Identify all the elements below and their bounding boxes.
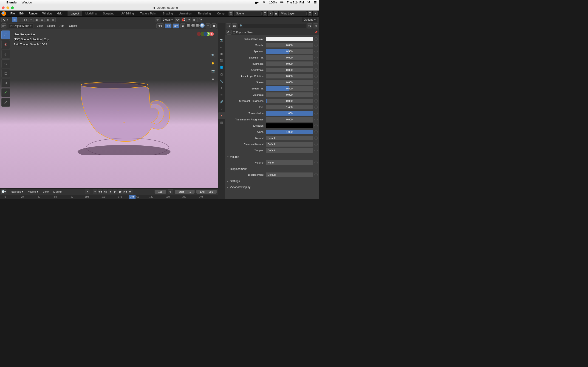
tab-texture[interactable]: ▦ <box>218 119 225 126</box>
input-socket-icon[interactable] <box>314 149 318 152</box>
input-socket-icon[interactable] <box>314 173 318 176</box>
workspace-compositing[interactable]: Comp <box>214 11 228 16</box>
workspace-rendering[interactable]: Rendering <box>195 11 214 16</box>
prop-value-dropdown[interactable]: Default <box>266 148 313 153</box>
select-mode-subtract[interactable]: ▤ <box>40 17 44 22</box>
select-mode-extend[interactable]: ▦ <box>34 17 39 22</box>
outliner-filter-button[interactable]: ▽▾ <box>307 23 312 28</box>
jump-prev-keyframe-button[interactable]: ◆◀ <box>98 190 103 194</box>
control-center-icon[interactable]: ☰ <box>314 1 317 4</box>
3d-viewport[interactable]: User Perspective (155) Scene Collection … <box>0 29 218 188</box>
battery-icon[interactable] <box>280 0 284 5</box>
properties-editor-type[interactable]: ⚙▾ <box>226 30 232 35</box>
tab-scene[interactable]: 🎬 <box>218 57 225 64</box>
prop-value-slider[interactable]: 0.000 <box>266 43 313 48</box>
input-socket-icon[interactable] <box>314 99 318 102</box>
select-mode-tweak[interactable]: ▭ <box>12 17 17 22</box>
current-frame-field[interactable]: 155 <box>155 190 166 194</box>
perspective-toggle-button[interactable]: ⊞ <box>210 75 216 82</box>
tab-render[interactable]: 📷 <box>218 37 225 43</box>
tab-viewlayer[interactable]: ▣ <box>218 50 225 57</box>
input-socket-icon[interactable] <box>314 93 318 96</box>
outliner-editor-type[interactable]: ☰▾ <box>226 23 231 28</box>
viewlayer-delete-button[interactable]: ✕ <box>313 11 318 16</box>
tab-physics[interactable]: ⚛ <box>218 92 225 98</box>
outliner-new-collection-button[interactable]: ⊞ <box>313 23 318 28</box>
input-socket-icon[interactable] <box>314 161 318 164</box>
scene-name-field[interactable]: Scene <box>234 11 262 16</box>
breadcrumb-object[interactable]: ▢ Cup <box>233 31 241 34</box>
workspace-animation[interactable]: Animation <box>176 11 195 16</box>
prop-value-slider[interactable]: 1.000 <box>266 130 313 134</box>
tool-scale[interactable] <box>1 69 10 78</box>
panel-header-viewport-display[interactable]: Viewport Display <box>226 184 318 190</box>
start-frame-field[interactable]: Start 1 <box>175 190 195 194</box>
wifi-icon[interactable] <box>262 0 266 5</box>
tab-material[interactable]: ● <box>218 112 225 119</box>
select-mode-circle[interactable]: ◯ <box>23 17 28 22</box>
workspace-uv[interactable]: UV Editing <box>118 11 137 16</box>
menu-edit[interactable]: Edit <box>17 11 26 16</box>
color-swatch[interactable] <box>266 123 313 128</box>
prop-value-dropdown[interactable]: Default <box>266 173 313 177</box>
input-socket-icon[interactable] <box>314 62 318 65</box>
jump-end-button[interactable]: ⏭ <box>128 190 133 194</box>
select-mode-invert[interactable]: ▥ <box>45 17 50 22</box>
breadcrumb-material[interactable]: ● Glass <box>244 31 253 33</box>
prop-value-slider[interactable]: 0.000 <box>266 117 313 122</box>
viewport-menu-add[interactable]: Add <box>58 24 66 28</box>
sidebar-toggle[interactable]: ‹ <box>216 31 217 34</box>
scene-new-button[interactable]: ❐ <box>262 11 267 16</box>
prop-value-slider[interactable]: 1.450 <box>266 105 313 109</box>
gizmo-toggle[interactable]: ⊕▾ <box>165 23 172 28</box>
next-frame-button[interactable]: ▮▶ <box>118 190 123 194</box>
prop-value-slider[interactable]: 0.500 <box>266 86 313 91</box>
input-socket-icon[interactable] <box>314 136 318 140</box>
tab-constraints[interactable]: 🔗 <box>218 99 225 105</box>
prop-value-slider[interactable]: 0.500 <box>266 49 313 54</box>
tab-mesh[interactable]: ▽ <box>218 106 225 112</box>
orientation-icon[interactable]: ⟲ <box>155 17 160 22</box>
panel-header-displacement[interactable]: Displacement <box>226 166 318 172</box>
tab-object[interactable]: ▢ <box>218 71 225 77</box>
prop-value-dropdown[interactable]: Default <box>266 136 313 140</box>
autokey-toggle[interactable]: ● <box>85 190 90 194</box>
input-socket-icon[interactable] <box>314 81 318 84</box>
tool-measure[interactable] <box>1 98 10 107</box>
workspace-shading[interactable]: Shading <box>160 11 176 16</box>
snap-target-dropdown[interactable]: ▫▾ <box>186 17 191 22</box>
menu-file[interactable]: File <box>8 11 17 16</box>
input-socket-icon[interactable] <box>314 68 318 72</box>
jump-next-keyframe-button[interactable]: ▶◆ <box>123 190 128 194</box>
tool-move[interactable] <box>1 50 10 58</box>
prop-value-slider[interactable]: 1.000 <box>266 111 313 116</box>
timeline-menu-marker[interactable]: Marker <box>52 190 63 194</box>
color-swatch[interactable] <box>266 37 313 41</box>
viewlayer-browse-button[interactable]: ▣ <box>274 11 278 16</box>
xray-toggle[interactable]: ▣ <box>180 23 185 28</box>
timeline-editor-type-dropdown[interactable]: 🕐▾ <box>1 189 6 194</box>
workspace-sculpting[interactable]: Sculpting <box>100 11 118 16</box>
input-socket-icon[interactable] <box>314 106 318 109</box>
use-preview-range-toggle[interactable]: ⏱ <box>168 189 173 194</box>
shading-material[interactable] <box>196 23 200 27</box>
proportional-edit-toggle[interactable]: ◉ <box>192 17 197 22</box>
notification-icon[interactable]: ◼▸ <box>255 1 259 4</box>
input-socket-icon[interactable] <box>314 44 318 47</box>
shading-rendered[interactable] <box>200 23 204 27</box>
prop-value-slider[interactable]: 0.000 <box>266 55 313 60</box>
clock[interactable]: Thu 7:24 PM <box>287 1 304 4</box>
mac-menu-window[interactable]: Window <box>22 1 32 4</box>
input-socket-icon[interactable] <box>314 130 318 133</box>
blender-logo-icon[interactable] <box>1 11 6 16</box>
input-socket-icon[interactable] <box>314 118 318 121</box>
timeline-menu-keying[interactable]: Keying ▾ <box>26 190 40 194</box>
input-socket-icon[interactable] <box>314 112 318 115</box>
tab-world[interactable]: 🌐 <box>218 64 225 71</box>
viewlayer-name-field[interactable]: View Layer <box>279 11 307 16</box>
zoom-button[interactable]: 🔍 <box>210 52 216 58</box>
input-socket-icon[interactable] <box>314 56 318 59</box>
prop-value-dropdown[interactable]: Default <box>266 142 313 147</box>
prop-value-slider[interactable]: 0.000 <box>266 68 313 72</box>
input-socket-icon[interactable] <box>314 124 318 127</box>
